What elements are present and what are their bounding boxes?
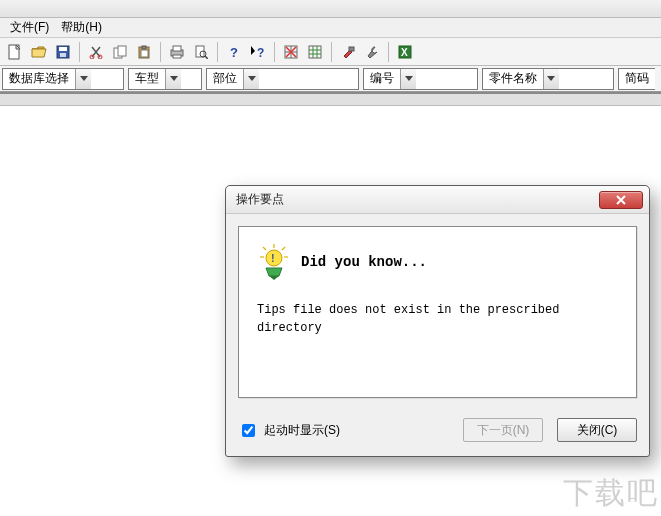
chevron-down-icon bbox=[75, 69, 91, 89]
svg-rect-19 bbox=[309, 46, 321, 58]
grid-a-button[interactable] bbox=[280, 41, 302, 63]
toolbar-separator bbox=[331, 42, 332, 62]
combo-model[interactable]: 车型 bbox=[128, 68, 202, 90]
tip-panel: ! Did you know... Tips file does not exi… bbox=[238, 226, 637, 398]
save-icon bbox=[56, 45, 70, 59]
tool-a-button[interactable] bbox=[337, 41, 359, 63]
excel-icon: X bbox=[398, 45, 412, 59]
combo-code[interactable]: 编号 bbox=[363, 68, 478, 90]
chevron-down-icon bbox=[165, 69, 181, 89]
menu-file[interactable]: 文件(F) bbox=[4, 17, 55, 38]
print-preview-button[interactable] bbox=[190, 41, 212, 63]
dialog-title-bar[interactable]: 操作要点 bbox=[226, 186, 649, 214]
new-file-button[interactable] bbox=[4, 41, 26, 63]
content-header-stripe bbox=[0, 92, 661, 106]
menu-bar: 文件(F) 帮助(H) bbox=[0, 18, 661, 38]
grid-green-icon bbox=[308, 45, 322, 59]
whats-this-button[interactable]: ? bbox=[247, 41, 269, 63]
help-button[interactable]: ? bbox=[223, 41, 245, 63]
tip-heading: Did you know... bbox=[301, 254, 427, 270]
cut-button[interactable] bbox=[85, 41, 107, 63]
close-button[interactable]: 关闭(C) bbox=[557, 418, 637, 442]
whats-this-icon: ? bbox=[250, 45, 266, 59]
svg-rect-3 bbox=[60, 53, 66, 57]
tip-message: Tips file does not exist in the prescrib… bbox=[257, 301, 597, 337]
toolbar-separator bbox=[274, 42, 275, 62]
tips-dialog: 操作要点 ! Di bbox=[225, 185, 650, 457]
cut-icon bbox=[89, 45, 103, 59]
svg-rect-20 bbox=[349, 47, 354, 51]
print-preview-icon bbox=[194, 45, 208, 59]
tip-heading-row: ! Did you know... bbox=[257, 243, 618, 281]
chevron-down-icon bbox=[243, 69, 259, 89]
save-button[interactable] bbox=[52, 41, 74, 63]
svg-text:?: ? bbox=[257, 46, 264, 59]
toolbar-separator bbox=[160, 42, 161, 62]
dialog-footer: 起动时显示(S) 下一页(N) 关闭(C) bbox=[226, 410, 649, 456]
svg-rect-7 bbox=[118, 46, 126, 56]
svg-rect-10 bbox=[141, 50, 148, 57]
tool-b-button[interactable] bbox=[361, 41, 383, 63]
new-file-icon bbox=[8, 44, 22, 60]
svg-rect-13 bbox=[173, 55, 181, 58]
copy-icon bbox=[113, 45, 127, 59]
next-tip-button[interactable]: 下一页(N) bbox=[463, 418, 543, 442]
toolbar-separator bbox=[79, 42, 80, 62]
svg-line-24 bbox=[263, 247, 266, 250]
open-button[interactable] bbox=[28, 41, 50, 63]
hammer-icon bbox=[341, 45, 355, 59]
svg-text:X: X bbox=[401, 47, 408, 58]
combo-partname[interactable]: 零件名称 bbox=[482, 68, 614, 90]
combo-shortcode-label: 简码 bbox=[619, 70, 655, 87]
combo-part[interactable]: 部位 bbox=[206, 68, 359, 90]
combo-part-label: 部位 bbox=[207, 70, 243, 87]
chevron-down-icon bbox=[543, 69, 559, 89]
svg-rect-9 bbox=[142, 46, 146, 49]
show-on-start-checkbox[interactable]: 起动时显示(S) bbox=[238, 421, 449, 440]
combo-database[interactable]: 数据库选择 bbox=[2, 68, 124, 90]
filter-bar: 数据库选择 车型 部位 编号 零件名称 简码 bbox=[0, 66, 661, 92]
toolbar-separator bbox=[388, 42, 389, 62]
chevron-down-icon bbox=[400, 69, 416, 89]
help-icon: ? bbox=[227, 45, 241, 59]
window-title-bar bbox=[0, 0, 661, 18]
combo-code-label: 编号 bbox=[364, 70, 400, 87]
dialog-body: ! Did you know... Tips file does not exi… bbox=[226, 214, 649, 410]
toolbar-separator bbox=[217, 42, 218, 62]
excel-button[interactable]: X bbox=[394, 41, 416, 63]
dialog-close-button[interactable] bbox=[599, 191, 643, 209]
paste-icon bbox=[137, 45, 151, 59]
toolbar: ? ? X bbox=[0, 38, 661, 66]
combo-database-label: 数据库选择 bbox=[3, 70, 75, 87]
combo-model-label: 车型 bbox=[129, 70, 165, 87]
paste-button[interactable] bbox=[133, 41, 155, 63]
combo-shortcode[interactable]: 简码 bbox=[618, 68, 655, 90]
wrench-icon bbox=[365, 45, 379, 59]
svg-text:!: ! bbox=[271, 252, 275, 264]
menu-help[interactable]: 帮助(H) bbox=[55, 17, 108, 38]
copy-button[interactable] bbox=[109, 41, 131, 63]
svg-rect-12 bbox=[173, 46, 181, 51]
combo-partname-label: 零件名称 bbox=[483, 70, 543, 87]
grid-red-icon bbox=[284, 45, 298, 59]
svg-rect-2 bbox=[59, 47, 67, 51]
print-icon bbox=[169, 45, 185, 59]
grid-b-button[interactable] bbox=[304, 41, 326, 63]
svg-line-25 bbox=[282, 247, 285, 250]
open-folder-icon bbox=[31, 45, 47, 59]
show-on-start-label: 起动时显示(S) bbox=[264, 422, 340, 439]
lightbulb-icon: ! bbox=[257, 243, 291, 281]
close-icon bbox=[615, 195, 627, 205]
svg-text:?: ? bbox=[230, 45, 238, 59]
show-on-start-input[interactable] bbox=[242, 424, 255, 437]
dialog-title: 操作要点 bbox=[236, 191, 599, 208]
print-button[interactable] bbox=[166, 41, 188, 63]
